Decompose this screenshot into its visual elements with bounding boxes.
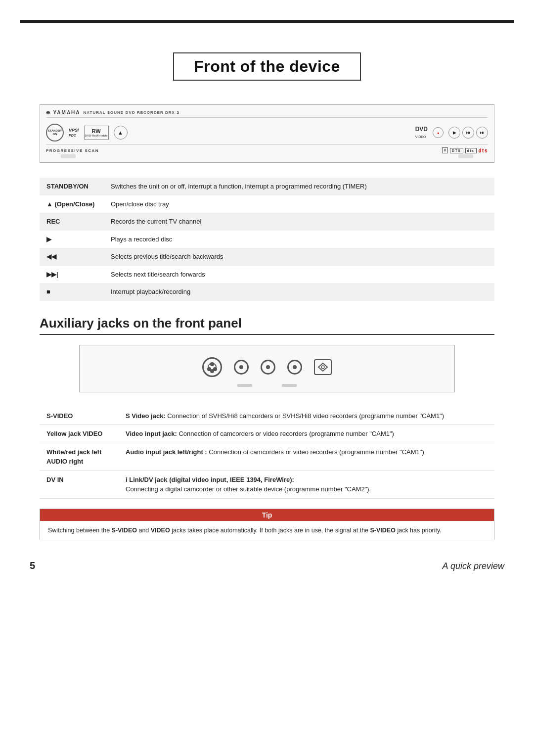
rw-button-diagram: RW DVD-ReWritable	[84, 126, 109, 140]
aux-desc-dvin: i Link/DV jack (digital video input, IEE…	[119, 471, 494, 498]
table-row: REC Records the current TV channel	[40, 213, 494, 231]
tip-header: Tip	[40, 509, 494, 521]
jacks-foot-right	[282, 384, 297, 387]
page-footer: 5 A quick preview	[0, 555, 534, 591]
play-btn-diagram: ▶	[448, 127, 460, 139]
next-btn-diagram: ⏭	[476, 127, 488, 139]
ctrl-desc-open: Open/close disc tray	[104, 195, 494, 213]
table-row: Yellow jack VIDEO Video input jack: Conn…	[40, 425, 494, 443]
jacks-foot-left	[237, 384, 252, 387]
ctrl-desc-next: Selects next title/search forwards	[104, 266, 494, 284]
rca-audio-r-jack-diagram	[287, 360, 302, 375]
aux-label-audio: White/red jack leftAUDIO right	[40, 443, 119, 471]
aux-desc-yellow: Video input jack: Connection of camcorde…	[119, 425, 494, 443]
vps-logo: VPS/PDC	[69, 128, 79, 138]
page-title: Front of the device	[194, 57, 340, 76]
table-row: ■ Interrupt playback/recording	[40, 283, 494, 301]
device-diagram: ⊕ YAMAHA NATURAL SOUND DVD RECORDER DRX-…	[40, 104, 494, 163]
table-row: White/red jack leftAUDIO right Audio inp…	[40, 443, 494, 471]
ctrl-label-standby: STANDBY/ON	[40, 178, 104, 195]
svg-point-1	[321, 366, 324, 369]
svg-marker-0	[318, 363, 327, 371]
tip-box: Tip Switching between the S-VIDEO and VI…	[40, 509, 494, 541]
eject-button-diagram: ▲	[114, 126, 128, 140]
ctrl-label-stop: ■	[40, 283, 104, 301]
section-label: A quick preview	[443, 561, 504, 571]
dvd-logo-diagram: DVDVIDEO	[415, 126, 428, 140]
ctrl-desc-stop: Interrupt playback/recording	[104, 283, 494, 301]
aux-label-yellow: Yellow jack VIDEO	[40, 425, 119, 443]
standby-button-diagram: STANDBY ON	[46, 124, 64, 142]
rca-audio-l-jack-diagram	[261, 360, 275, 375]
prev-btn-diagram: ⏮	[462, 127, 474, 139]
device-foot-left	[61, 154, 76, 158]
aux-label-dvin: DV IN	[40, 471, 119, 498]
dts-logo1: DTS	[450, 148, 463, 153]
ctrl-desc-rec: Records the current TV channel	[104, 213, 494, 231]
transport-buttons-diagram: ▶ ⏮ ⏭	[448, 127, 488, 139]
aux-desc-audio: Audio input jack left/right : Connection…	[119, 443, 494, 471]
jacks-row	[89, 353, 445, 381]
table-row: DV IN i Link/DV jack (digital video inpu…	[40, 471, 494, 498]
ctrl-label-rec: REC	[40, 213, 104, 231]
tip-svideo-ref2: S-VIDEO	[370, 527, 396, 534]
top-rule	[20, 20, 514, 23]
device-top-bar: ⊕ YAMAHA NATURAL SOUND DVD RECORDER DRX-…	[46, 110, 488, 118]
table-row: ▶▶| Selects next title/search forwards	[40, 266, 494, 284]
tip-content: Switching between the S-VIDEO and VIDEO …	[40, 521, 494, 540]
aux-section-title: Auxiliary jacks on the front panel	[40, 316, 494, 335]
tip-video-ref: VIDEO	[151, 527, 170, 534]
jacks-diagram	[79, 345, 455, 392]
table-row: ▲ (Open/Close) Open/close disc tray	[40, 195, 494, 213]
rec-indicator: ●	[433, 127, 444, 138]
table-row: ▶ Plays a recorded disc	[40, 231, 494, 248]
ctrl-label-open: ▲ (Open/Close)	[40, 195, 104, 213]
controls-table: STANDBY/ON Switches the unit on or off, …	[40, 178, 494, 301]
ctrl-label-prev: ◀◀	[40, 248, 104, 266]
aux-desc-svideo: S Video jack: Connection of SVHS/Hi8 cam…	[119, 407, 494, 425]
ctrl-label-play: ▶	[40, 231, 104, 248]
table-row: ◀◀ Selects previous title/search backwar…	[40, 248, 494, 266]
device-controls-row: STANDBY ON VPS/PDC RW DVD-ReWritable ▲ D…	[46, 121, 488, 145]
aux-label-svideo: S-VIDEO	[40, 407, 119, 425]
device-foot-right	[458, 154, 473, 158]
ctrl-desc-play: Plays a recorded disc	[104, 231, 494, 248]
dolby-logos: Ⅱ DTS dts dts	[442, 147, 489, 153]
firewire-jack-diagram	[314, 359, 332, 375]
dts-logo2: dts	[465, 148, 477, 153]
rca-video-jack-diagram	[234, 360, 249, 375]
svideo-jack-diagram	[202, 357, 222, 377]
device-bottom-bar: PROGRESSIVE SCAN Ⅱ DTS dts dts	[46, 145, 488, 153]
tip-svideo-ref: S-VIDEO	[112, 527, 137, 534]
page-number: 5	[30, 560, 35, 571]
section-title-box: Front of the device	[173, 52, 361, 81]
ctrl-label-next: ▶▶|	[40, 266, 104, 284]
device-model: NATURAL SOUND DVD RECORDER DRX-2	[84, 110, 179, 115]
progressive-scan-label: PROGRESSIVE SCAN	[46, 148, 99, 153]
table-row: STANDBY/ON Switches the unit on or off, …	[40, 178, 494, 195]
yamaha-logo: ⊕ YAMAHA	[46, 110, 81, 115]
aux-jacks-table: S-VIDEO S Video jack: Connection of SVHS…	[40, 407, 494, 499]
dts-logo3: dts	[479, 148, 489, 153]
dolby-logo1: Ⅱ	[442, 147, 448, 153]
ctrl-desc-prev: Selects previous title/search backwards	[104, 248, 494, 266]
jacks-feet	[89, 384, 445, 387]
ctrl-desc-standby: Switches the unit on or off, interrupt a…	[104, 178, 494, 195]
table-row: S-VIDEO S Video jack: Connection of SVHS…	[40, 407, 494, 425]
device-feet	[46, 154, 488, 158]
